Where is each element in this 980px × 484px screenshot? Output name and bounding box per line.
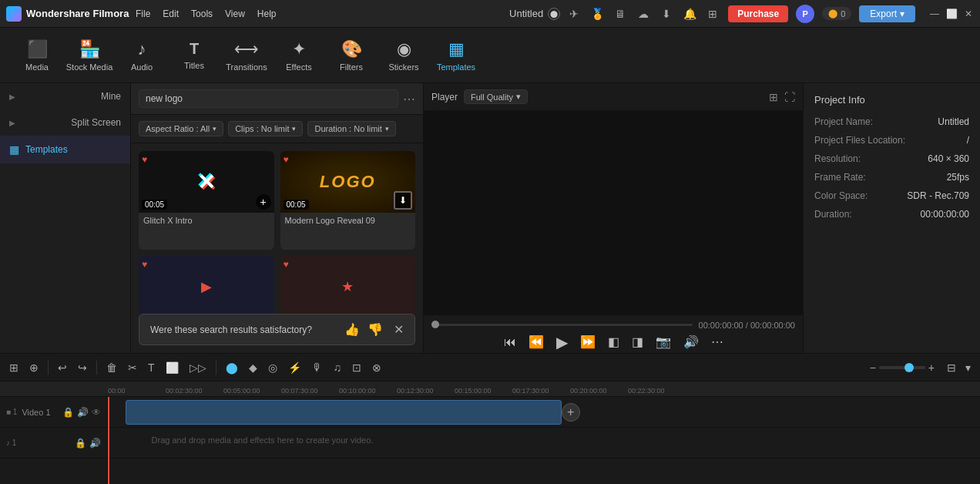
track2-lock-icon[interactable]: 🔒 — [75, 438, 86, 449]
mark-in-button[interactable]: ◧ — [608, 334, 619, 349]
download-template-2-button[interactable]: ⬇ — [394, 191, 412, 210]
zoom-slider[interactable] — [879, 366, 925, 369]
zoom-in-button[interactable]: + — [928, 361, 935, 374]
export-button[interactable]: Export ▾ — [859, 5, 915, 22]
thumbup-icon[interactable]: 👍 — [344, 322, 360, 337]
snapshot-button[interactable]: 📷 — [656, 334, 671, 349]
mic-button[interactable]: 🎙 — [309, 360, 326, 375]
add-template-1-button[interactable]: + — [256, 194, 271, 210]
crop-button[interactable]: ⬜ — [163, 360, 182, 375]
quality-chevron-icon: ▾ — [516, 92, 521, 102]
more-options-button[interactable]: ▾ — [962, 360, 974, 375]
zoom-out-button[interactable]: − — [870, 361, 876, 374]
audio-sync-button[interactable]: ♫ — [331, 360, 345, 375]
next-frame-button[interactable]: ⏩ — [580, 334, 596, 349]
download-icon[interactable]: ⬇ — [659, 6, 674, 22]
left-item-split-screen[interactable]: ▶ Split Screen — [0, 109, 130, 136]
menu-edit[interactable]: Edit — [163, 8, 179, 19]
progress-bar[interactable] — [431, 324, 693, 326]
tl-divider-2 — [96, 361, 97, 375]
tool-templates[interactable]: ▦ Templates — [431, 31, 481, 80]
maximize-button[interactable]: ⬜ — [946, 8, 957, 19]
keyframe-button[interactable]: ◆ — [246, 360, 260, 375]
media-icon: ⬛ — [27, 39, 48, 59]
track-row-audio1: Drag and drop media and effects here to … — [108, 428, 980, 459]
volume-button[interactable]: 🔊 — [683, 334, 699, 349]
skip-back-button[interactable]: ⏮ — [504, 335, 516, 349]
track1-eye-icon[interactable]: 👁 — [92, 407, 101, 418]
track1-lock-icon[interactable]: 🔒 — [62, 407, 74, 418]
add-clip-button[interactable]: + — [562, 403, 580, 422]
template-card-2[interactable]: ♥ LOGO 00:05 ⬇ Modern Logo Reveal 09 — [280, 151, 416, 250]
video-clip-1[interactable] — [126, 400, 562, 425]
tool-stickers[interactable]: ◉ Stickers — [379, 31, 428, 80]
menu-view[interactable]: View — [225, 8, 245, 19]
stabilize-button[interactable]: ◎ — [265, 360, 280, 375]
cloud-icon[interactable]: ☁ — [636, 6, 651, 22]
menu-tools[interactable]: Tools — [191, 8, 213, 19]
send-icon[interactable]: ✈ — [566, 6, 582, 22]
clips-chevron-icon: ▾ — [292, 125, 296, 133]
menu-file[interactable]: File — [136, 8, 150, 19]
tool-audio[interactable]: ♪ Audio — [117, 31, 166, 80]
track1-volume-icon[interactable]: 🔊 — [77, 407, 89, 418]
subtitle-button[interactable]: ⊡ — [349, 360, 364, 375]
purchase-button[interactable]: Purchase — [728, 5, 788, 22]
toast-close-button[interactable]: ✕ — [394, 322, 404, 337]
undo-button[interactable]: ↩ — [55, 360, 70, 375]
proj-name-val: Untitled — [938, 116, 969, 127]
grid-view-icon[interactable]: ⊞ — [769, 91, 778, 103]
bell-icon[interactable]: 🔔 — [682, 6, 697, 22]
more-button[interactable]: ⋯ — [711, 334, 723, 349]
tool-transitions[interactable]: ⟷ Transitions — [222, 31, 271, 80]
scene-detect-button[interactable]: ⊞ — [6, 360, 22, 375]
menu-help[interactable]: Help — [257, 8, 277, 19]
color-wheel-button[interactable]: ⬤ — [223, 360, 241, 375]
playhead[interactable] — [108, 397, 109, 484]
tool-stock-media[interactable]: 🏪 Stock Media — [65, 31, 114, 80]
template-thumb-2: ♥ LOGO 00:05 ⬇ — [280, 151, 416, 213]
clips-filter[interactable]: Clips : No limit ▾ — [228, 121, 303, 136]
ruler-mark-4: 00:10:00:00 — [339, 387, 376, 395]
more-options-icon[interactable]: ⋯ — [403, 92, 415, 106]
tool-filters[interactable]: 🎨 Filters — [327, 31, 376, 80]
progress-handle[interactable] — [431, 321, 439, 328]
prev-frame-button[interactable]: ⏪ — [529, 334, 544, 349]
cut-button[interactable]: ✂ — [125, 360, 140, 375]
left-item-templates[interactable]: ▦ Templates — [0, 136, 130, 163]
layout-options-button[interactable]: ⊟ — [944, 360, 959, 375]
fullscreen-icon[interactable]: ⛶ — [784, 91, 795, 103]
track-label-audio1: ♪ 1 🔒 🔊 — [0, 428, 107, 459]
tool-media[interactable]: ⬛ Media — [12, 31, 62, 80]
avatar[interactable]: P — [796, 5, 814, 23]
tool-titles[interactable]: T Titles — [169, 31, 219, 80]
play-button[interactable]: ▶ — [556, 333, 568, 351]
template-card-1[interactable]: ♥ ✕ 00:05 + Glitch X Intro — [139, 151, 274, 250]
thumbdown-icon[interactable]: 👎 — [368, 322, 383, 337]
magnet-button[interactable]: ⊕ — [26, 360, 42, 375]
quality-select[interactable]: Full Quality ▾ — [464, 89, 528, 104]
duration-filter[interactable]: Duration : No limit ▾ — [307, 121, 395, 136]
template-name-1: Glitch X Intro — [139, 213, 274, 228]
ai-button[interactable]: ⚡ — [285, 360, 304, 375]
badge-icon[interactable]: 🏅 — [589, 6, 605, 22]
text-button[interactable]: T — [145, 360, 158, 375]
redo-button[interactable]: ↪ — [75, 360, 90, 375]
aspect-ratio-filter[interactable]: Aspect Ratio : All ▾ — [139, 121, 223, 136]
glitch-x-text: ✕ — [197, 170, 215, 195]
more-btn[interactable]: ▷▷ — [186, 360, 210, 375]
zoom-handle[interactable] — [904, 363, 914, 372]
mark-out-button[interactable]: ◨ — [632, 334, 643, 349]
track2-volume-icon[interactable]: 🔊 — [89, 438, 101, 449]
left-item-mine[interactable]: ▶ Mine — [0, 83, 130, 109]
grid-icon[interactable]: ⊞ — [705, 6, 720, 22]
project-title: Untitled — [509, 8, 543, 19]
monitor-icon[interactable]: 🖥 — [612, 6, 628, 22]
close-button[interactable]: ✕ — [963, 8, 974, 19]
minimize-button[interactable]: — — [929, 8, 940, 19]
search-input[interactable] — [139, 89, 398, 108]
delete-button[interactable]: 🗑 — [103, 360, 120, 375]
motion-track-button[interactable]: ⊗ — [369, 360, 384, 375]
tool-effects[interactable]: ✦ Effects — [274, 31, 324, 80]
video1-num: ■ 1 — [6, 408, 17, 416]
